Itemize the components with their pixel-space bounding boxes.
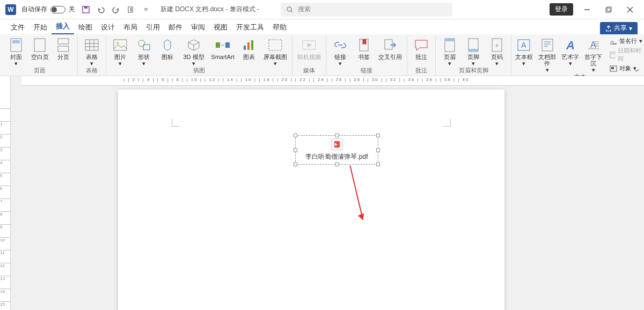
blank-page-button[interactable]: 空白页 (29, 36, 50, 60)
svg-rect-7 (607, 7, 611, 11)
resize-handle[interactable] (294, 134, 297, 137)
share-button[interactable]: 共享 ▾ (600, 22, 638, 34)
app-icon-word: W (5, 4, 16, 15)
wordart-button[interactable]: A艺术字▾ (561, 36, 580, 67)
signature-line-button[interactable]: 签名行 ▾ (608, 36, 644, 46)
table-button[interactable]: 表格▾ (81, 36, 103, 67)
bookmark-icon (356, 38, 371, 53)
svg-rect-24 (216, 42, 220, 48)
link-button[interactable]: 链接▾ (330, 36, 351, 67)
blank-page-icon (32, 38, 47, 53)
quick-parts-button[interactable]: 文档部件▾ (536, 36, 559, 73)
tab-devtools[interactable]: 开发工具 (232, 20, 268, 34)
page-number-icon: # (489, 38, 504, 53)
pictures-icon (113, 38, 128, 53)
page[interactable]: 李白听蜀僧濬弹琴.pdf (118, 90, 504, 310)
search-box[interactable]: 搜索 (281, 3, 452, 17)
margin-corner-tr (443, 119, 451, 127)
svg-rect-12 (34, 39, 45, 51)
smartart-button[interactable]: SmartArt (209, 36, 236, 60)
resize-handle[interactable] (335, 134, 339, 137)
tab-file[interactable]: 文件 (6, 20, 29, 34)
undo-button[interactable] (94, 3, 107, 16)
svg-text:#: # (495, 43, 498, 48)
ribbon-tabs: 文件 开始 插入 绘图 设计 布局 引用 邮件 审阅 视图 开发工具 帮助 共享… (0, 19, 644, 34)
login-button[interactable]: 登录 (550, 3, 573, 16)
tab-review[interactable]: 审阅 (187, 20, 209, 34)
embedded-object[interactable]: 李白听蜀僧濬弹琴.pdf (295, 135, 378, 165)
svg-text:A: A (566, 39, 575, 51)
cover-page-button[interactable]: 封面▾ (5, 36, 27, 67)
search-icon (286, 6, 294, 13)
footer-icon (466, 38, 481, 53)
redo-button[interactable] (109, 3, 122, 16)
qat-dropdown[interactable] (140, 3, 152, 16)
page-break-button[interactable]: 分页 (53, 36, 74, 60)
page-number-button[interactable]: #页码▾ (486, 36, 508, 67)
chevron-down-icon: ▾ (629, 25, 632, 32)
pictures-button[interactable]: 图片▾ (109, 36, 131, 67)
ribbon-group-links: 链接▾ 书签 交叉引用 链接 (326, 35, 407, 76)
cross-ref-button[interactable]: 交叉引用 (377, 36, 404, 60)
save-button[interactable] (79, 3, 92, 16)
window-restore[interactable] (598, 0, 619, 19)
chart-icon (241, 38, 257, 53)
ribbon-group-pages: 封面▾ 空白页 分页 页面 (2, 35, 78, 76)
svg-marker-62 (358, 212, 367, 221)
tab-layout[interactable]: 布局 (119, 20, 142, 34)
chart-button[interactable]: 图表 (238, 36, 260, 60)
svg-rect-13 (58, 39, 69, 44)
margin-corner-tl (172, 119, 179, 127)
ribbon-group-media: 联机视频 媒体 (292, 35, 326, 76)
ribbon-group-table: 表格▾ 表格 (78, 35, 106, 76)
tab-insert[interactable]: 插入 (52, 19, 74, 34)
cover-page-icon (9, 38, 24, 53)
svg-rect-55 (611, 67, 614, 69)
link-icon (333, 38, 348, 53)
ribbon-group-illustrations: 图片▾ 形状▾ 图标 3D 模型▾ SmartArt 图表 屏幕截图▾ 插图 (106, 35, 292, 76)
ribbon-collapse-button[interactable] (632, 66, 641, 75)
tab-home[interactable]: 开始 (29, 20, 52, 34)
footer-button[interactable]: 页脚▾ (463, 36, 484, 67)
qat-more-button[interactable] (125, 3, 137, 16)
drop-cap-button[interactable]: A首字下沉▾ (582, 36, 605, 73)
tab-design[interactable]: 设计 (97, 20, 119, 34)
screenshot-icon (268, 38, 283, 53)
tab-mailings[interactable]: 邮件 (164, 20, 187, 34)
resize-handle[interactable] (294, 163, 297, 166)
window-minimize[interactable] (576, 0, 598, 19)
tab-view[interactable]: 视图 (209, 20, 232, 34)
shapes-button[interactable]: 形状▾ (133, 36, 155, 67)
comment-button[interactable]: 批注 (411, 36, 432, 60)
3d-models-button[interactable]: 3D 模型▾ (180, 36, 207, 67)
toggle-switch-icon[interactable] (50, 6, 65, 13)
table-icon (84, 38, 99, 53)
tab-draw[interactable]: 绘图 (74, 20, 97, 34)
share-icon (605, 25, 612, 32)
resize-handle[interactable] (376, 134, 380, 137)
cross-ref-icon (383, 38, 398, 53)
resize-handle[interactable] (376, 163, 380, 166)
date-time-button: 日期和时间 (608, 46, 644, 63)
document-area: 1234567891011121314151617 | | 2 | | 4 | … (0, 76, 644, 310)
resize-handle[interactable] (376, 148, 380, 152)
page-break-icon (56, 38, 71, 53)
icons-button[interactable]: 图标 (157, 36, 178, 60)
svg-line-61 (336, 166, 377, 220)
tab-help[interactable]: 帮助 (268, 20, 291, 34)
textbox-button[interactable]: A文本框▾ (515, 36, 533, 67)
tab-references[interactable]: 引用 (142, 20, 164, 34)
bookmark-button[interactable]: 书签 (353, 36, 375, 60)
signature-icon (610, 38, 617, 45)
header-button[interactable]: 页眉▾ (439, 36, 460, 67)
svg-rect-34 (445, 39, 455, 41)
screenshot-button[interactable]: 屏幕截图▾ (262, 36, 289, 67)
quick-parts-icon (540, 38, 555, 53)
resize-handle[interactable] (294, 148, 297, 152)
window-close[interactable] (619, 0, 641, 19)
svg-rect-28 (251, 40, 253, 50)
comment-icon (414, 38, 429, 53)
autosave-toggle[interactable]: 自动保存 关 (21, 5, 75, 14)
svg-line-4 (291, 11, 292, 12)
textbox-icon: A (516, 38, 531, 53)
